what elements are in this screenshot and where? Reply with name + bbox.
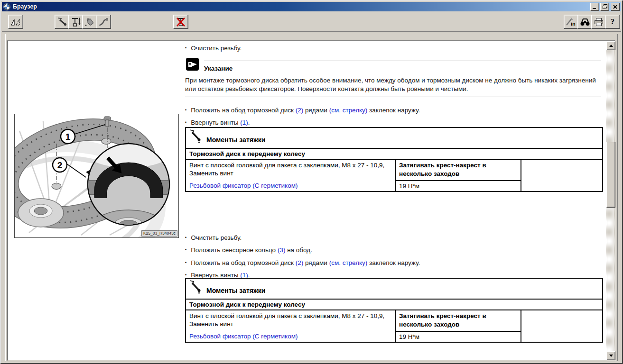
restore-icon xyxy=(603,4,607,9)
scroll-up-button[interactable] xyxy=(606,41,615,50)
toolbar-separator xyxy=(2,31,621,32)
table-subtitle: Тормозной диск к переднему колесу xyxy=(186,299,603,310)
link-see-arrow[interactable]: (см. стрелку) xyxy=(329,107,368,114)
list-item: • Положить на обод тормозной диск (2) ря… xyxy=(185,259,598,267)
bullet-icon: • xyxy=(185,107,186,114)
callout-2-label: 2 xyxy=(57,160,63,170)
step-text: Очистить резьбу. xyxy=(191,234,242,242)
special-tool-icon xyxy=(98,18,109,27)
bullet-icon: • xyxy=(185,119,186,127)
close-icon xyxy=(613,5,617,9)
link-thread-locker[interactable]: Резьбовой фиксатор (С герметиком) xyxy=(189,182,391,190)
scroll-down-button[interactable] xyxy=(606,351,615,360)
torque-table: Моменты затяжки Тормозной диск к передне… xyxy=(185,127,603,192)
table-title: Моменты затяжки xyxy=(206,287,265,294)
document-panel: • Очистить резьбу. Указание При монтаже … xyxy=(7,40,615,361)
toolbar: in ? xyxy=(2,11,621,31)
table-cell-method: Затягивать крест-накрест в несколько зах… xyxy=(395,310,521,331)
list-item: • Очистить резьбу. xyxy=(185,45,593,52)
window-title: Браузер xyxy=(13,3,589,10)
figure-art xyxy=(15,114,179,238)
minimize-button[interactable] xyxy=(590,3,599,11)
step-text: Ввернуть винты (1). xyxy=(191,119,250,127)
adhesive-icon xyxy=(84,17,95,27)
torque-wrench-icon xyxy=(189,129,204,144)
figure-brake-disc: 1 2 K25_03_R34043c xyxy=(14,114,179,238)
note-rule-top xyxy=(204,61,601,61)
search-button[interactable] xyxy=(577,15,593,29)
figure-caption: K25_03_R34043c xyxy=(141,230,177,237)
vertical-scrollbar[interactable] xyxy=(606,41,614,360)
compare-button[interactable] xyxy=(8,15,23,29)
callout-2: 2 xyxy=(53,158,67,172)
table-title: Моменты затяжки xyxy=(206,136,265,144)
list-item: • Очистить резьбу. xyxy=(185,234,598,242)
note-body: При монтаже тормозного диска обратить ос… xyxy=(185,76,600,93)
special-tool-button[interactable] xyxy=(96,15,111,29)
step-text: Положить на обод тормозной диск (2) ряда… xyxy=(191,259,420,267)
item-text: Винт с плоской головкой для пакета с зак… xyxy=(189,312,391,328)
table-cell-item: Винт с плоской головкой для пакета с зак… xyxy=(186,310,395,342)
bullet-icon: • xyxy=(185,260,186,267)
units-inch-icon: in xyxy=(566,17,577,27)
help-icon: ? xyxy=(611,18,614,26)
link-thread-locker[interactable]: Резьбовой фиксатор (С герметиком) xyxy=(189,332,391,340)
torque-wrench-icon xyxy=(189,280,204,294)
print-button[interactable] xyxy=(591,15,606,29)
measuring-gauge-button[interactable] xyxy=(68,15,84,29)
link-callout-2[interactable]: (2) xyxy=(296,107,304,114)
bullet-icon: • xyxy=(185,247,186,254)
step-text: Положить сенсорное кольцо (3) на обод. xyxy=(191,246,312,254)
restore-button[interactable] xyxy=(600,3,609,11)
measuring-gauge-icon xyxy=(71,17,81,27)
bullet-icon: • xyxy=(185,45,186,52)
arrow-down-icon xyxy=(609,355,613,359)
link-callout-2[interactable]: (2) xyxy=(296,259,304,266)
help-button[interactable]: ? xyxy=(605,15,620,29)
callout-1-label: 1 xyxy=(65,132,71,142)
titlebar: Браузер xyxy=(2,2,621,11)
table-cell-item: Винт с плоской головкой для пакета с зак… xyxy=(186,159,395,191)
print-icon xyxy=(594,17,604,27)
minimize-icon xyxy=(593,5,597,9)
torque-table: Моменты затяжки Тормозной диск к передне… xyxy=(185,278,603,343)
app-window: Браузер xyxy=(0,0,623,364)
list-item: • Положить сенсорное кольцо (3) на обод. xyxy=(185,246,598,254)
close-button[interactable] xyxy=(611,3,620,11)
list-item: • Ввернуть винты (1). xyxy=(185,119,598,127)
hide-values-button[interactable] xyxy=(173,15,188,29)
search-binoculars-icon xyxy=(580,18,590,27)
compare-icon xyxy=(10,18,21,26)
table-cell-value: 19 Н*м xyxy=(395,181,521,191)
bullet-icon: • xyxy=(185,235,186,242)
table-cell-value: 19 Н*м xyxy=(395,331,521,342)
adhesive-button[interactable] xyxy=(82,15,97,29)
note-title: Указание xyxy=(204,65,232,72)
torque-wrench-icon xyxy=(57,17,67,27)
step-text: Положить на обод тормозной диск (2) ряда… xyxy=(191,107,420,114)
item-text: Винт с плоской головкой для пакета с зак… xyxy=(189,161,391,177)
arrow-up-icon xyxy=(609,43,613,47)
hide-values-icon xyxy=(176,17,186,27)
callout-1: 1 xyxy=(61,129,75,144)
left-frame-groove xyxy=(5,34,6,361)
list-item: • Положить на обод тормозной диск (2) ря… xyxy=(185,107,598,114)
torque-wrench-button[interactable] xyxy=(55,15,70,29)
table-cell-empty xyxy=(521,159,603,191)
table-subtitle: Тормозной диск к переднему колесу xyxy=(186,148,603,159)
scrollbar-thumb[interactable] xyxy=(606,142,615,208)
note-rule-bottom xyxy=(185,97,601,97)
units-label: in xyxy=(571,21,576,27)
link-callout-1[interactable]: (1) xyxy=(240,119,248,126)
units-button[interactable]: in xyxy=(564,15,579,29)
link-callout-3[interactable]: (3) xyxy=(278,246,286,254)
table-cell-empty xyxy=(521,310,603,342)
note-hand-icon xyxy=(186,58,199,71)
right-frame-groove xyxy=(617,34,618,361)
bmw-logo-icon xyxy=(3,3,10,10)
document-view: • Очистить резьбу. Указание При монтаже … xyxy=(8,41,606,360)
step-text: Очистить резьбу. xyxy=(191,45,242,52)
table-cell-method: Затягивать крест-накрест в несколько зах… xyxy=(395,159,521,181)
link-see-arrow[interactable]: (см. стрелку) xyxy=(329,259,368,266)
